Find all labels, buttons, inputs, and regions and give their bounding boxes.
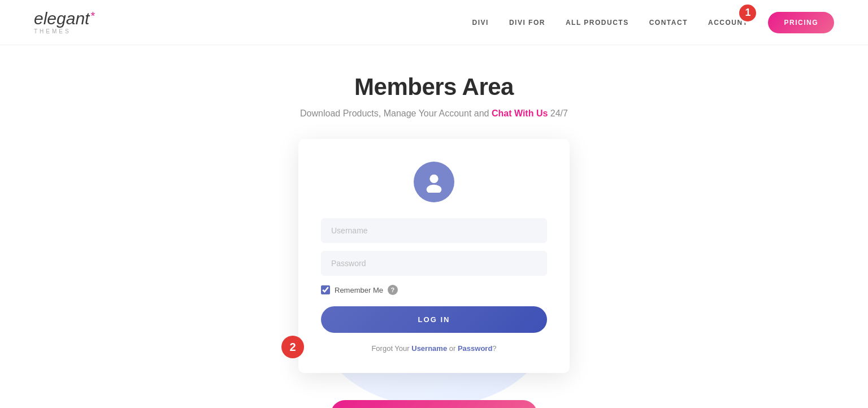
forgot-or: or <box>447 344 458 353</box>
svg-point-0 <box>429 175 438 183</box>
subtitle-suffix: 24/7 <box>548 108 568 118</box>
main-content: Members Area Download Products, Manage Y… <box>0 45 868 408</box>
user-svg-icon <box>423 171 445 193</box>
join-button-wrap: NOT A MEMBER YET? JOIN TODAY! <box>331 400 537 408</box>
subtitle-prefix: Download Products, Manage Your Account a… <box>300 108 492 118</box>
password-input[interactable] <box>321 251 547 276</box>
page-title: Members Area <box>354 73 514 101</box>
help-icon[interactable]: ? <box>388 285 398 295</box>
nav-item-contact[interactable]: CONTACT <box>649 19 688 27</box>
forgot-username-link[interactable]: Username <box>411 344 447 353</box>
remember-me-checkbox[interactable] <box>321 285 330 294</box>
login-section: 2 3 <box>298 139 570 373</box>
account-badge: 1 <box>737 3 758 23</box>
username-group <box>321 218 547 243</box>
annotation-badge-2: 2 <box>281 336 304 358</box>
login-card: Remember Me ? LOG IN Forgot Your Usernam… <box>298 139 570 373</box>
page-subtitle: Download Products, Manage Your Account a… <box>300 108 568 119</box>
password-group <box>321 251 547 276</box>
nav-item-divi-for[interactable]: DIVI FOR <box>509 19 545 27</box>
logo[interactable]: elegant * themes <box>34 10 95 34</box>
login-button[interactable]: LOG IN <box>321 306 547 333</box>
remember-me-row: Remember Me ? <box>321 285 547 295</box>
main-nav: DIVI DIVI FOR ALL PRODUCTS CONTACT ACCOU… <box>472 12 834 33</box>
forgot-text: Forgot Your Username or Password? <box>371 344 496 353</box>
account-wrap: ACCOUNT 1 <box>708 19 748 27</box>
chat-link[interactable]: Chat With Us <box>492 108 548 118</box>
nav-item-all-products[interactable]: ALL PRODUCTS <box>566 19 629 27</box>
remember-me-label: Remember Me <box>335 286 383 294</box>
pricing-button[interactable]: PRICING <box>768 12 834 33</box>
forgot-prefix: Forgot Your <box>371 344 411 353</box>
login-card-wrap: Remember Me ? LOG IN Forgot Your Usernam… <box>298 139 570 373</box>
username-input[interactable] <box>321 218 547 243</box>
svg-point-1 <box>427 185 442 193</box>
logo-word: elegant <box>34 10 89 27</box>
forgot-suffix: ? <box>492 344 496 353</box>
join-button[interactable]: NOT A MEMBER YET? JOIN TODAY! <box>331 400 537 408</box>
logo-asterisk: * <box>90 10 95 21</box>
nav-item-divi[interactable]: DIVI <box>472 19 489 27</box>
forgot-password-link[interactable]: Password <box>458 344 492 353</box>
user-avatar-icon <box>414 162 454 202</box>
logo-subtext: themes <box>34 28 71 34</box>
site-header: elegant * themes DIVI DIVI FOR ALL PRODU… <box>0 0 868 45</box>
